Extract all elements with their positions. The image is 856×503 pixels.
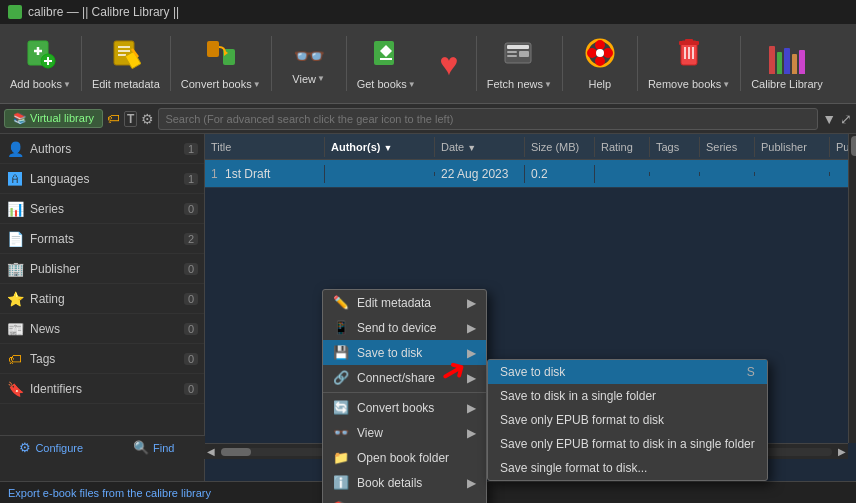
tags-icon: 🏷 — [6, 351, 24, 367]
fetch-news-label: Fetch news — [487, 78, 543, 90]
svg-point-26 — [595, 56, 605, 66]
search-expand-icon[interactable]: ⤢ — [840, 111, 852, 127]
cm-view[interactable]: 👓 View ▶ — [323, 420, 486, 445]
cm-edit-metadata[interactable]: ✏️ Edit metadata ▶ — [323, 290, 486, 315]
sidebar-item-authors[interactable]: 👤 Authors 1 — [0, 134, 204, 164]
calibre-library-icon — [769, 38, 805, 74]
add-books-button[interactable]: Add books ▼ — [2, 28, 79, 99]
identifiers-label: Identifiers — [30, 382, 178, 396]
convert-books-button[interactable]: Convert books ▼ — [173, 28, 269, 99]
remove-books-button[interactable]: Remove books ▼ — [640, 28, 738, 99]
cm-convert-arrow: ▶ — [467, 401, 476, 415]
row-number: 1 — [211, 167, 218, 181]
search-dropdown-icon[interactable]: ▼ — [822, 111, 836, 127]
th-series[interactable]: Series — [700, 137, 755, 157]
scroll-right-icon[interactable]: ▶ — [836, 446, 848, 457]
add-books-icon — [24, 37, 56, 74]
td-publisher — [755, 172, 830, 176]
cm-convert-books[interactable]: 🔄 Convert books ▶ — [323, 395, 486, 420]
scroll-left-icon[interactable]: ◀ — [205, 446, 217, 457]
convert-books-dropdown[interactable]: ▼ — [253, 80, 261, 89]
cm-convert-label: Convert books — [357, 401, 455, 415]
add-books-label: Add books — [10, 78, 62, 90]
formats-count: 2 — [184, 233, 198, 245]
help-button[interactable]: Help — [565, 28, 635, 99]
sidebar-item-news[interactable]: 📰 News 0 — [0, 314, 204, 344]
formats-icon: 📄 — [6, 231, 24, 247]
cm-open-book-folder[interactable]: 📁 Open book folder — [323, 445, 486, 470]
fetch-news-dropdown[interactable]: ▼ — [544, 80, 552, 89]
vscroll-thumb[interactable] — [851, 136, 857, 156]
th-size[interactable]: Size (MB) — [525, 137, 595, 157]
cm-sep1 — [323, 392, 486, 393]
sm-save-epub-only[interactable]: Save only EPUB format to disk — [488, 408, 767, 432]
sidebar-item-tags[interactable]: 🏷 Tags 0 — [0, 344, 204, 374]
view-button[interactable]: 👓 View ▼ — [274, 28, 344, 99]
get-books-button[interactable]: Get books ▼ — [349, 28, 424, 99]
virtual-library-button[interactable]: 📚 Virtual library — [4, 109, 103, 128]
svg-rect-32 — [685, 39, 693, 42]
news-count: 0 — [184, 323, 198, 335]
td-title-value: 1st Draft — [225, 167, 270, 181]
get-books-icon — [370, 37, 402, 74]
gear-icon[interactable]: ⚙ — [141, 111, 154, 127]
cm-send-to-device[interactable]: 📱 Send to device ▶ — [323, 315, 486, 340]
configure-label: Configure — [35, 442, 83, 454]
scrollbar-thumb[interactable] — [221, 448, 251, 456]
sidebar-item-series[interactable]: 📊 Series 0 — [0, 194, 204, 224]
td-rating — [595, 172, 650, 176]
sep5 — [476, 36, 477, 91]
sidebar-item-rating[interactable]: ⭐ Rating 0 — [0, 284, 204, 314]
th-rating[interactable]: Rating — [595, 137, 650, 157]
titlebar: calibre — || Calibre Library || — [0, 0, 856, 24]
view-dropdown[interactable]: ▼ — [317, 74, 325, 83]
tag-browser-icon[interactable]: 🏷 — [107, 111, 120, 126]
vertical-scrollbar[interactable] — [848, 134, 856, 443]
th-date[interactable]: Date ▼ — [435, 137, 525, 157]
sm-save-epub-single[interactable]: Save only EPUB format to disk in a singl… — [488, 432, 767, 456]
search-input[interactable] — [158, 108, 818, 130]
th-author-sort-icon: ▼ — [384, 143, 393, 153]
th-title[interactable]: Title — [205, 137, 325, 157]
fetch-news-button[interactable]: Fetch news ▼ — [479, 28, 560, 99]
add-books-dropdown[interactable]: ▼ — [63, 80, 71, 89]
sm-save-epub-label: Save only EPUB format to disk — [500, 413, 755, 427]
th-publisher[interactable]: Publisher — [755, 137, 830, 157]
sm-save-to-disk[interactable]: Save to disk S — [488, 360, 767, 384]
svg-rect-20 — [507, 45, 529, 49]
app-icon — [8, 5, 22, 19]
heart-icon: ♥ — [439, 48, 458, 80]
remove-books-dropdown[interactable]: ▼ — [722, 80, 730, 89]
get-books-label: Get books — [357, 78, 407, 90]
sm-save-single-format[interactable]: Save single format to disk... — [488, 456, 767, 480]
heart-button[interactable]: ♥ — [424, 28, 474, 99]
edit-metadata-button[interactable]: Edit metadata — [84, 28, 168, 99]
series-count: 0 — [184, 203, 198, 215]
td-series — [700, 172, 755, 176]
sidebar-item-formats[interactable]: 📄 Formats 2 — [0, 224, 204, 254]
cm-open-folder-icon: 📁 — [333, 450, 349, 465]
cm-similar-books[interactable]: 📚 Similar books — [323, 495, 486, 503]
sep7 — [637, 36, 638, 91]
sm-save-to-disk-single[interactable]: Save to disk in a single folder — [488, 384, 767, 408]
th-author[interactable]: Author(s) ▼ — [325, 137, 435, 157]
sm-save-single-label: Save to disk in a single folder — [500, 389, 755, 403]
sidebar-item-identifiers[interactable]: 🔖 Identifiers 0 — [0, 374, 204, 404]
identifiers-icon: 🔖 — [6, 381, 24, 397]
calibre-library-button[interactable]: Calibre Library — [743, 28, 831, 99]
get-books-dropdown[interactable]: ▼ — [408, 80, 416, 89]
cm-book-details[interactable]: ℹ️ Book details ▶ — [323, 470, 486, 495]
cm-edit-metadata-arrow: ▶ — [467, 296, 476, 310]
find-button[interactable]: 🔍 Find — [103, 436, 206, 459]
cm-edit-metadata-label: Edit metadata — [357, 296, 455, 310]
edit-metadata-icon — [110, 37, 142, 74]
sm-save-epub-single-label: Save only EPUB format to disk in a singl… — [500, 437, 755, 451]
configure-button[interactable]: ⚙ Configure — [0, 436, 103, 459]
th-tags[interactable]: Tags — [650, 137, 700, 157]
cm-view-icon: 👓 — [333, 425, 349, 440]
table-row[interactable]: 1 1st Draft 22 Aug 2023 0.2 — [205, 160, 856, 188]
cm-book-details-icon: ℹ️ — [333, 475, 349, 490]
sidebar-item-languages[interactable]: 🅰 Languages 1 — [0, 164, 204, 194]
sidebar-item-publisher[interactable]: 🏢 Publisher 0 — [0, 254, 204, 284]
svg-rect-22 — [507, 55, 517, 57]
